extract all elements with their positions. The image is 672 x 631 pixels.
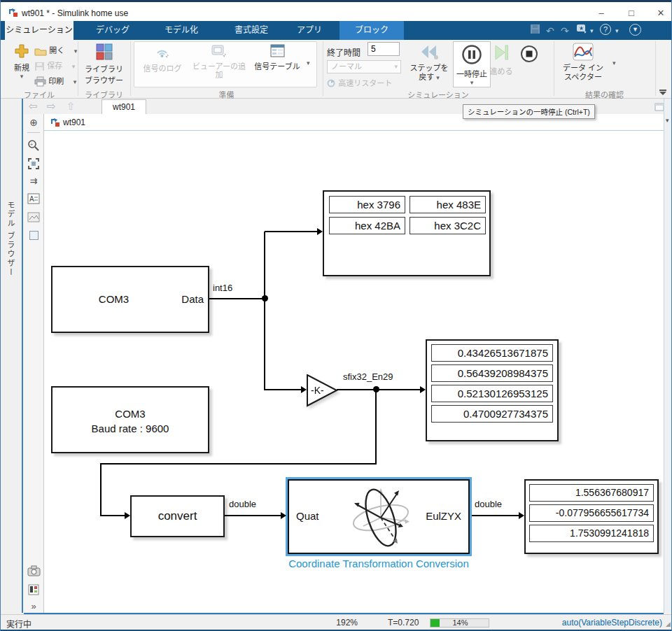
signal-log-label: 信号のログ — [138, 62, 187, 73]
help-dropdown-icon[interactable]: ▾ — [615, 24, 619, 38]
breadcrumb-item[interactable]: wt901 — [63, 118, 85, 127]
wire[interactable] — [265, 231, 317, 232]
image-icon[interactable] — [23, 212, 44, 225]
camera-icon[interactable] — [23, 565, 44, 579]
convert-block[interactable]: convert — [130, 495, 225, 537]
wire[interactable] — [100, 463, 102, 516]
data-inspector-button[interactable]: データ インスペクター — [559, 43, 607, 82]
redo-icon[interactable]: ↷ — [561, 24, 569, 38]
printer-icon — [34, 79, 46, 89]
wire[interactable] — [265, 389, 301, 390]
pause-dropdown-icon[interactable]: ▾ — [454, 79, 490, 86]
hex-display-block[interactable]: hex 3796 hex 483E hex 42BA hex 3C2C — [323, 190, 491, 276]
close-button[interactable]: ✕ — [650, 6, 671, 21]
branch-dot — [262, 295, 268, 302]
library-browser-label-1: ライブラリ — [79, 63, 129, 74]
area-box-icon[interactable] — [23, 230, 44, 243]
route-arrows-icon[interactable]: ⇉ — [23, 176, 44, 186]
right-scrollbar[interactable]: ▾ — [664, 99, 672, 613]
circle-plus-icon[interactable]: ⊕ — [23, 117, 44, 128]
wire[interactable] — [209, 298, 265, 299]
wire-arrowhead — [317, 228, 323, 235]
signal-table-button[interactable]: 信号テーブル — [251, 44, 303, 71]
wire[interactable] — [100, 515, 125, 516]
resize-grip-icon[interactable]: ◢ — [666, 621, 671, 628]
review-dropdown-icon[interactable]: ▾ — [612, 59, 616, 66]
fast-restart-button: 高速リスタート — [327, 77, 392, 90]
wire[interactable] — [472, 515, 519, 516]
minimize-ribbon-icon[interactable]: ▼ — [629, 24, 641, 36]
serial-receive-block[interactable]: COM3 Data — [51, 266, 209, 333]
wire[interactable] — [375, 390, 377, 465]
step-back-dropdown-icon: ▾ — [436, 74, 440, 81]
maximize-button[interactable]: □ — [621, 6, 642, 21]
plus-icon — [14, 49, 29, 61]
open-dropdown-icon[interactable]: ▾ — [74, 48, 78, 55]
breadcrumb-dropdown-icon[interactable]: ▾ — [666, 117, 669, 124]
wire[interactable] — [225, 515, 282, 516]
save-dropdown-icon: ▾ — [72, 63, 76, 70]
serial-data-port-label: Data — [164, 293, 204, 305]
collapse-ribbon-icon[interactable] — [659, 86, 667, 99]
annotation-badge-icon[interactable]: ★ — [576, 24, 587, 38]
ctc-in-port-label: Quat — [296, 510, 319, 522]
quick-save-icon[interactable] — [530, 24, 540, 38]
annotation-icon[interactable]: A — [23, 193, 44, 207]
coord-transform-block[interactable]: Quat EulZYX — [286, 477, 472, 556]
wire[interactable] — [264, 232, 265, 390]
progress-bar: 14% — [430, 618, 489, 628]
undo-icon[interactable]: ↶ — [546, 24, 554, 38]
expand-palette-icon[interactable]: » — [23, 601, 44, 611]
serial-config-line2: Baud rate : 9600 — [52, 421, 208, 436]
library-browser-button[interactable]: ライブラリ ブラウザー — [79, 43, 129, 85]
tab-debug[interactable]: デバッグ — [83, 21, 142, 40]
simulink-window: wt901 * - Simulink home use – □ ✕ シミュレーシ… — [0, 0, 672, 631]
fit-view-icon[interactable] — [23, 157, 44, 173]
open-label: 開く — [49, 46, 64, 55]
tab-modeling[interactable]: モデル化 — [152, 21, 211, 40]
help-icon[interactable]: ? — [600, 24, 611, 35]
status-solver[interactable]: auto(VariableStepDiscrete) — [522, 618, 662, 628]
tab-apps[interactable]: アプリ — [288, 21, 331, 40]
status-sim-time: T=0.720 — [388, 618, 419, 628]
euler-display-value: -0.077956655617734 — [529, 504, 654, 522]
new-button[interactable]: 新規 ▾ — [9, 43, 34, 80]
stop-button[interactable] — [520, 45, 538, 66]
model-browser-collapsed[interactable]: モデル ブラウザー — [1, 99, 22, 614]
wire-arrowhead — [519, 512, 524, 519]
tab-layout-icon[interactable] — [654, 101, 664, 114]
document-tab[interactable]: wt901 — [102, 99, 146, 114]
serial-config-block[interactable]: COM3 Baud rate : 9600 — [51, 386, 209, 453]
zoom-icon[interactable]: + — [23, 139, 44, 155]
step-forward-button: 進める — [484, 43, 519, 76]
print-dropdown-icon[interactable]: ▾ — [74, 78, 77, 85]
model-report-icon[interactable] — [23, 584, 44, 598]
wire[interactable] — [100, 463, 377, 465]
step-forward-label: 進める — [484, 65, 519, 76]
print-button[interactable]: 印刷 ▾ — [34, 75, 76, 89]
badge-dropdown-icon[interactable]: ▾ — [590, 24, 594, 38]
tab-simulation[interactable]: シミュレーション — [5, 21, 74, 40]
wire-arrowhead — [420, 386, 426, 393]
new-dropdown-icon[interactable]: ▾ — [9, 73, 34, 80]
save-label: 保存 — [47, 62, 62, 70]
gain-block[interactable]: -K- — [307, 374, 339, 411]
save-button[interactable]: 保存 ▾ — [34, 59, 75, 73]
minimize-button[interactable]: – — [591, 6, 612, 21]
quat-display-block[interactable]: 0.43426513671875 0.56439208984375 0.5213… — [426, 339, 559, 441]
forward-arrow-icon[interactable]: ⇨ — [47, 100, 56, 113]
euler-display-block[interactable]: 1.556367680917 -0.077956655617734 1.7530… — [524, 479, 659, 554]
signal-label-int16: int16 — [213, 283, 232, 293]
signal-table-label: 信号テーブル — [251, 60, 303, 71]
prepare-dropdown-icon[interactable]: ▾ — [307, 59, 310, 66]
add-viewer-button: ビューアーの追加 — [190, 44, 248, 79]
back-arrow-icon[interactable]: ⇦ — [29, 100, 38, 113]
tab-format[interactable]: 書式設定 — [220, 21, 282, 40]
svg-text:★: ★ — [579, 25, 584, 31]
stop-time-input[interactable] — [368, 42, 400, 56]
svg-text:+: + — [30, 142, 33, 147]
gain-label: -K- — [311, 385, 324, 396]
progress-text: 14% — [430, 618, 490, 627]
open-button[interactable]: 開く ▾ — [34, 44, 77, 58]
tab-block[interactable]: ブロック — [340, 21, 404, 40]
